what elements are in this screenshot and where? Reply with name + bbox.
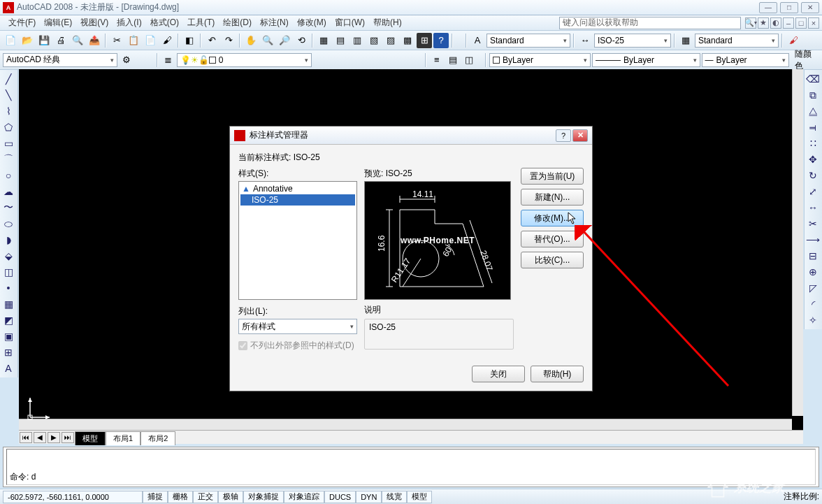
tab-last-icon[interactable]: ⏭ — [62, 432, 74, 443]
modify-button[interactable]: 修改(M)... — [521, 210, 584, 226]
save-icon[interactable]: 💾 — [36, 33, 52, 48]
markup-icon[interactable]: ▨ — [383, 33, 398, 48]
menu-insert[interactable]: 插入(I) — [113, 15, 145, 30]
tab-layout1[interactable]: 布局1 — [106, 431, 140, 445]
set-current-button[interactable]: 置为当前(U) — [521, 168, 584, 185]
minimize-button[interactable]: — — [759, 2, 777, 13]
menu-modify[interactable]: 修改(M) — [293, 15, 331, 30]
menu-format[interactable]: 格式(O) — [146, 15, 183, 30]
insert-icon[interactable]: ⬙ — [1, 248, 16, 264]
gradient-icon[interactable]: ◩ — [1, 312, 16, 328]
favorite-icon[interactable]: ★ — [758, 17, 769, 29]
new-button[interactable]: 新建(N)... — [521, 189, 584, 206]
zoom-win-icon[interactable]: 🔎 — [277, 33, 292, 48]
offset-icon[interactable]: ⫤ — [805, 120, 821, 135]
ws-settings-icon[interactable]: ⚙ — [119, 52, 134, 68]
stretch-icon[interactable]: ↔ — [805, 200, 821, 215]
layer-mgr-icon[interactable]: ≣ — [161, 52, 175, 68]
toggle-grid[interactable]: 栅格 — [168, 491, 193, 503]
layer-prev-icon[interactable]: ≡ — [429, 52, 444, 68]
point-icon[interactable]: • — [1, 280, 16, 296]
fillet-icon[interactable]: ◜ — [805, 296, 821, 312]
mdi-max-icon[interactable]: □ — [795, 17, 807, 29]
explode-icon[interactable]: ✧ — [805, 312, 821, 328]
rotate-icon[interactable]: ↻ — [805, 168, 821, 183]
dim-style-combo[interactable]: ISO-25▾ — [594, 34, 671, 48]
copy-mod-icon[interactable]: ⧉ — [805, 87, 821, 103]
match-icon[interactable]: 🖌 — [159, 33, 175, 48]
mtext-icon[interactable]: A — [1, 361, 16, 376]
tab-prev-icon[interactable]: ◀ — [34, 432, 46, 443]
ellipsearc-icon[interactable]: ◗ — [1, 232, 16, 247]
tpalette-icon[interactable]: ▥ — [349, 33, 365, 48]
brush-icon[interactable]: 🖌 — [786, 33, 801, 48]
toggle-ducs[interactable]: DUCS — [324, 491, 356, 503]
mdi-min-icon[interactable]: – — [783, 17, 794, 29]
break-icon[interactable]: ⊟ — [805, 248, 821, 264]
scale-icon[interactable]: ⤢ — [805, 184, 821, 199]
arc-icon[interactable]: ⌒ — [1, 152, 16, 167]
layer-iso-icon[interactable]: ◫ — [462, 52, 477, 68]
table-icon[interactable]: ⊞ — [1, 345, 16, 360]
erase-icon[interactable]: ⌫ — [805, 71, 821, 87]
listout-combo[interactable]: 所有样式▾ — [238, 319, 357, 334]
scrollbar-horizontal[interactable] — [19, 419, 792, 430]
override-button[interactable]: 替代(O)... — [521, 231, 584, 247]
text-style-combo[interactable]: Standard▾ — [486, 34, 570, 48]
dimstyle-icon[interactable]: ↔ — [577, 33, 593, 48]
linetype-combo[interactable]: ———ByLayer▾ — [592, 53, 700, 67]
redo-icon[interactable]: ↷ — [221, 33, 236, 48]
cut-icon[interactable]: ✂ — [109, 33, 124, 48]
new-icon[interactable]: 📄 — [3, 33, 18, 48]
workspace-combo[interactable]: AutoCAD 经典▾ — [3, 53, 117, 67]
calc-icon[interactable]: ⊞ — [417, 33, 432, 48]
toggle-snap[interactable]: 捕捉 — [143, 491, 168, 503]
list-item[interactable]: ▲Annotative — [240, 183, 355, 194]
circle-icon[interactable]: ○ — [1, 168, 16, 183]
props-icon[interactable]: ▦ — [316, 33, 331, 48]
close-button[interactable]: ✕ — [801, 2, 819, 13]
table-style-combo[interactable]: Standard▾ — [695, 34, 779, 48]
revcloud-icon[interactable]: ☁ — [1, 184, 16, 199]
hatch-icon[interactable]: ▦ — [1, 296, 16, 312]
move-icon[interactable]: ✥ — [805, 152, 821, 167]
scrollbar-vertical[interactable] — [792, 69, 803, 416]
preview-icon[interactable]: 🔍 — [70, 33, 85, 48]
styles-listbox[interactable]: ▲Annotative ISO-25 — [238, 181, 357, 300]
xline-icon[interactable]: ╲ — [1, 87, 16, 103]
join-icon[interactable]: ⊕ — [805, 264, 821, 280]
toggle-polar[interactable]: 极轴 — [218, 491, 243, 503]
chamfer-icon[interactable]: ◸ — [805, 280, 821, 296]
menu-edit[interactable]: 编辑(E) — [40, 15, 76, 30]
toggle-ortho[interactable]: 正交 — [193, 491, 218, 503]
toggle-model[interactable]: 模型 — [407, 491, 432, 503]
rectangle-icon[interactable]: ▭ — [1, 136, 16, 151]
maximize-button[interactable]: □ — [780, 2, 798, 13]
menu-help[interactable]: 帮助(H) — [369, 15, 406, 30]
open-icon[interactable]: 📂 — [20, 33, 35, 48]
lineweight-combo[interactable]: —ByLayer▾ — [702, 53, 790, 67]
tab-layout2[interactable]: 布局2 — [140, 431, 175, 445]
dcenter-icon[interactable]: ▤ — [333, 33, 348, 48]
ellipse-icon[interactable]: ⬭ — [1, 216, 16, 231]
makeblock-icon[interactable]: ◫ — [1, 264, 16, 280]
zoom-prev-icon[interactable]: ⟲ — [294, 33, 309, 48]
color-combo[interactable]: ByLayer▾ — [489, 53, 591, 67]
zoom-rt-icon[interactable]: 🔍 — [260, 33, 275, 48]
block-icon[interactable]: ◧ — [182, 33, 197, 48]
dialog-titlebar[interactable]: 标注样式管理器 ? ✕ — [230, 127, 592, 145]
menu-window[interactable]: 窗口(W) — [331, 15, 369, 30]
array-icon[interactable]: ∷ — [805, 136, 821, 151]
mdi-close-icon[interactable]: × — [808, 17, 819, 29]
dialog-help-icon[interactable]: ? — [556, 129, 571, 142]
pan-icon[interactable]: ✋ — [243, 33, 259, 48]
toggle-otrack[interactable]: 对象追踪 — [284, 491, 324, 503]
toggle-lwt[interactable]: 线宽 — [382, 491, 407, 503]
qcalc-icon[interactable]: ▩ — [400, 33, 415, 48]
toggle-osnap[interactable]: 对象捕捉 — [243, 491, 284, 503]
toggle-dyn[interactable]: DYN — [356, 491, 382, 503]
help-button[interactable]: 帮助(H) — [531, 366, 584, 382]
undo-icon[interactable]: ↶ — [204, 33, 219, 48]
dialog-close-icon[interactable]: ✕ — [572, 129, 588, 142]
polygon-icon[interactable]: ⬠ — [1, 120, 16, 135]
